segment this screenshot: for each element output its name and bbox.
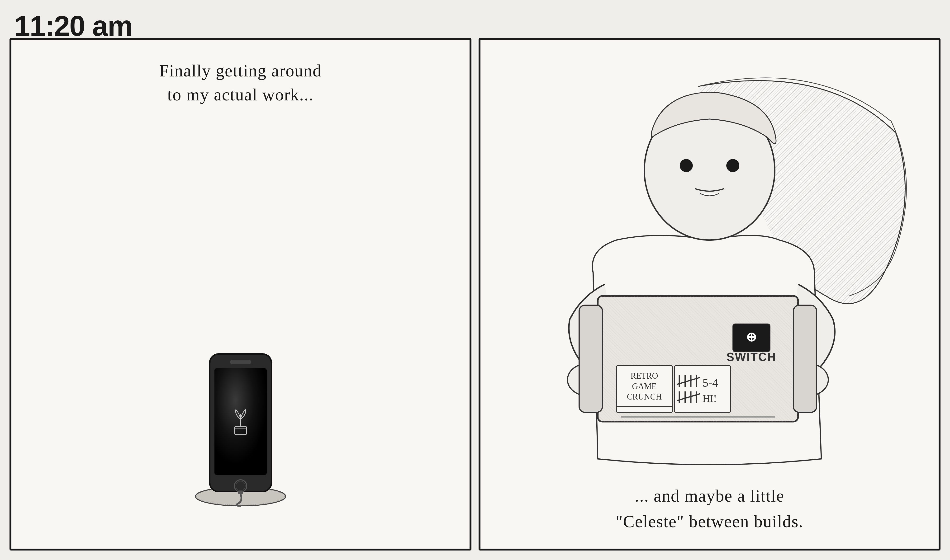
panel1-caption: Finally getting around to my actual work…: [11, 59, 470, 107]
svg-text:HI!: HI!: [702, 393, 717, 404]
panel1-line2: to my actual work...: [11, 83, 470, 107]
svg-rect-23: [793, 305, 816, 412]
panel2-caption: ... and maybe a little "Celeste" between…: [480, 483, 939, 534]
panel2-line2: "Celeste" between builds.: [480, 509, 939, 534]
panel2-line1: ... and maybe a little: [480, 483, 939, 509]
panel1-line1: Finally getting around: [11, 59, 470, 83]
character-svg: ⊕ SWITCH RETRO GAME CRUNCH: [480, 40, 939, 482]
svg-text:⊕: ⊕: [746, 330, 757, 344]
svg-text:GAME: GAME: [632, 382, 657, 391]
svg-text:5-4: 5-4: [702, 376, 718, 389]
svg-point-17: [726, 159, 739, 172]
svg-rect-3: [230, 360, 251, 364]
svg-text:SWITCH: SWITCH: [727, 351, 777, 363]
timestamp: 11:20 am: [14, 9, 132, 42]
svg-text:RETRO: RETRO: [631, 371, 658, 380]
phone-illustration: [191, 340, 291, 511]
phone-svg: [191, 340, 291, 511]
svg-point-16: [680, 159, 693, 172]
comic-container: Finally getting around to my actual work…: [9, 38, 941, 551]
character-area: ⊕ SWITCH RETRO GAME CRUNCH: [480, 40, 939, 482]
svg-text:CRUNCH: CRUNCH: [627, 392, 662, 402]
panel-1: Finally getting around to my actual work…: [9, 38, 471, 551]
panel-2: ⊕ SWITCH RETRO GAME CRUNCH: [479, 38, 941, 551]
svg-rect-22: [579, 305, 602, 412]
